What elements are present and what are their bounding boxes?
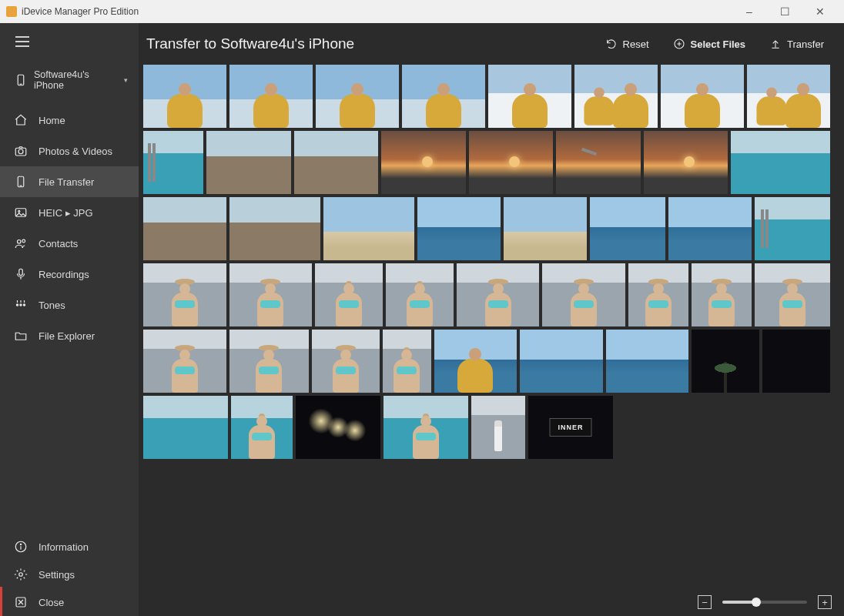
svg-point-14: [23, 304, 25, 306]
thumbnail-scene: [323, 197, 414, 260]
sidebar-item-transfer[interactable]: File Transfer: [0, 166, 139, 197]
thumbnail[interactable]: [143, 65, 226, 128]
sidebar-item-label: Photos & Videos: [39, 146, 112, 157]
thumbnail[interactable]: [644, 131, 728, 194]
gear-icon: [14, 567, 28, 581]
app-logo-icon: [6, 6, 17, 17]
thumbnail[interactable]: [296, 396, 380, 459]
thumbnail[interactable]: [755, 197, 830, 260]
thumbnail[interactable]: [520, 330, 603, 393]
thumbnail[interactable]: [731, 131, 830, 194]
thumbnail[interactable]: [229, 263, 313, 326]
thumbnail[interactable]: [229, 330, 310, 393]
hamburger-icon: [15, 36, 29, 47]
thumbnail-scene: [143, 396, 228, 459]
sidebar-nav: HomePhotos & VideosFile TransferHEIC ▸ J…: [0, 105, 139, 351]
thumbnail[interactable]: [628, 263, 688, 326]
thumbnail-row: INNER: [143, 396, 830, 459]
thumbnail[interactable]: [574, 65, 658, 128]
thumbnail[interactable]: [417, 197, 501, 260]
sidebar-item-close[interactable]: Close: [0, 588, 139, 616]
thumbnail[interactable]: [312, 330, 380, 393]
thumbnail[interactable]: [383, 330, 431, 393]
zoom-slider-knob[interactable]: [752, 598, 761, 607]
thumbnail[interactable]: [747, 65, 830, 128]
thumbnail[interactable]: [143, 263, 226, 326]
main-header: Transfer to Software4u's iPhone Reset Se…: [139, 23, 844, 65]
sidebar-item-photos[interactable]: Photos & Videos: [0, 136, 139, 166]
select-files-button[interactable]: Select Files: [668, 34, 751, 54]
sidebar: Software4u's iPhone ▾ HomePhotos & Video…: [0, 23, 139, 616]
svg-point-13: [20, 304, 22, 306]
thumbnail[interactable]: [143, 330, 226, 393]
thumbnail[interactable]: [434, 330, 517, 393]
sidebar-item-tones[interactable]: Tones: [0, 290, 139, 320]
close-accent-bar: [0, 587, 2, 616]
thumbnail[interactable]: [206, 131, 290, 194]
zoom-slider[interactable]: [722, 601, 807, 604]
zoom-in-button[interactable]: +: [818, 595, 832, 609]
thumbnail-row: [143, 131, 830, 194]
thumbnail[interactable]: [229, 65, 313, 128]
svg-point-12: [16, 304, 18, 306]
thumbnail[interactable]: [143, 131, 203, 194]
sidebar-item-label: File Explorer: [39, 330, 95, 342]
thumbnail[interactable]: [383, 396, 468, 459]
window-maximize-button[interactable]: ☐: [767, 0, 802, 23]
phone-icon: [14, 175, 28, 189]
window-minimize-button[interactable]: –: [732, 0, 767, 23]
thumbnail[interactable]: [692, 330, 759, 393]
close-square-icon: [14, 595, 28, 609]
thumbnail[interactable]: [471, 396, 525, 459]
window-close-button[interactable]: ✕: [802, 0, 838, 23]
thumbnail[interactable]: [381, 131, 465, 194]
device-selector[interactable]: Software4u's iPhone ▾: [0, 60, 139, 105]
thumbnail[interactable]: [542, 263, 625, 326]
thumbnail[interactable]: [762, 330, 830, 393]
thumbnail[interactable]: [606, 330, 689, 393]
thumbnail[interactable]: [316, 65, 399, 128]
thumbnail[interactable]: [143, 396, 228, 459]
thumbnail[interactable]: [457, 263, 540, 326]
plus-circle-icon: [672, 37, 686, 51]
thumbnail[interactable]: [692, 263, 752, 326]
thumbnail[interactable]: [294, 131, 378, 194]
thumbnail[interactable]: [469, 131, 553, 194]
image-icon: [14, 206, 28, 219]
thumbnail[interactable]: [386, 263, 454, 326]
transfer-button[interactable]: Transfer: [764, 34, 829, 54]
thumbnail[interactable]: [661, 65, 744, 128]
reset-button[interactable]: Reset: [600, 34, 654, 54]
thumbnail[interactable]: [504, 197, 587, 260]
zoom-out-button[interactable]: −: [698, 595, 712, 609]
sidebar-item-contacts[interactable]: Contacts: [0, 228, 139, 259]
svg-point-8: [18, 240, 22, 244]
thumbnail[interactable]: INNER: [528, 396, 613, 459]
thumbnail[interactable]: [231, 396, 293, 459]
thumbnail[interactable]: [556, 131, 640, 194]
sidebar-item-recordings[interactable]: Recordings: [0, 259, 139, 290]
svg-point-20: [20, 544, 21, 544]
thumbnail[interactable]: [668, 197, 752, 260]
sidebar-item-info[interactable]: Information: [0, 533, 139, 561]
thumbnail-scene: [755, 197, 830, 260]
sidebar-item-label: Close: [39, 597, 64, 608]
thumbnail[interactable]: [488, 65, 571, 128]
chevron-down-icon: ▾: [124, 76, 128, 84]
thumbnail[interactable]: [229, 197, 320, 260]
sidebar-item-home[interactable]: Home: [0, 105, 139, 136]
upload-icon: [769, 37, 782, 51]
thumbnail[interactable]: [590, 197, 665, 260]
thumbnail[interactable]: [402, 65, 485, 128]
thumbnail[interactable]: [143, 197, 226, 260]
home-icon: [14, 113, 28, 127]
tones-icon: [14, 298, 28, 312]
sidebar-item-settings[interactable]: Settings: [0, 561, 139, 588]
sidebar-item-heic[interactable]: HEIC ▸ JPG: [0, 197, 139, 228]
sidebar-item-label: Information: [39, 541, 89, 553]
thumbnail[interactable]: [323, 197, 414, 260]
thumbnail[interactable]: [315, 263, 383, 326]
thumbnail[interactable]: [755, 263, 830, 326]
sidebar-toggle-button[interactable]: [0, 23, 139, 60]
sidebar-item-explorer[interactable]: File Explorer: [0, 320, 139, 351]
